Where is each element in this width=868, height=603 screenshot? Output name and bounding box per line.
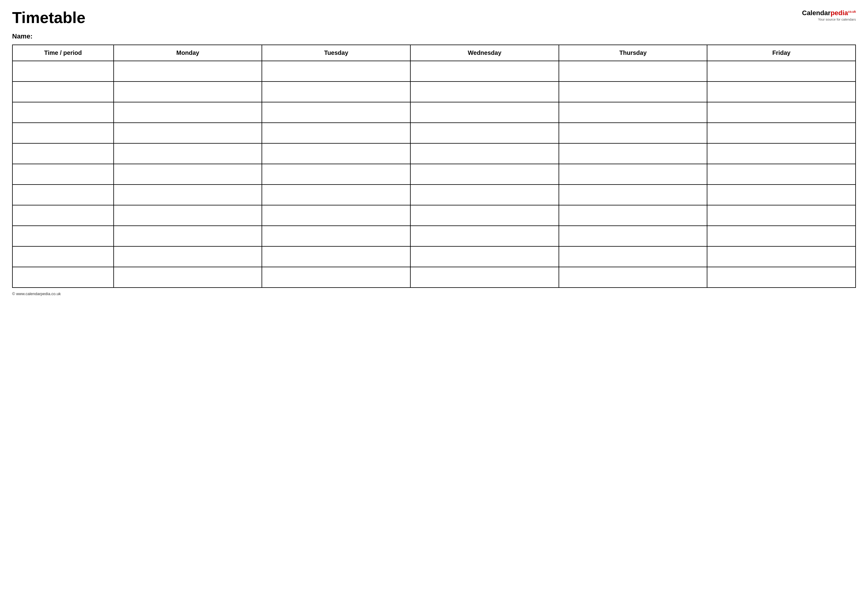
- time-cell[interactable]: [12, 123, 114, 143]
- day-cell[interactable]: [559, 246, 707, 267]
- day-cell[interactable]: [262, 82, 410, 102]
- day-cell[interactable]: [114, 61, 262, 82]
- day-cell[interactable]: [707, 143, 856, 164]
- day-cell[interactable]: [707, 82, 856, 102]
- day-cell[interactable]: [262, 205, 410, 226]
- time-cell[interactable]: [12, 184, 114, 205]
- day-cell[interactable]: [114, 267, 262, 288]
- day-cell[interactable]: [262, 226, 410, 246]
- table-row: [12, 226, 856, 246]
- footer: © www.calendarpedia.co.uk: [12, 292, 856, 296]
- day-cell[interactable]: [410, 164, 559, 184]
- time-cell[interactable]: [12, 205, 114, 226]
- day-cell[interactable]: [114, 102, 262, 123]
- col-header-thursday: Thursday: [559, 45, 707, 61]
- day-cell[interactable]: [410, 205, 559, 226]
- day-cell[interactable]: [262, 164, 410, 184]
- table-row: [12, 205, 856, 226]
- logo-area: Calendarpediaco.uk Your source for calen…: [802, 9, 856, 21]
- day-cell[interactable]: [707, 123, 856, 143]
- day-cell[interactable]: [707, 267, 856, 288]
- name-row: Name:: [12, 32, 856, 40]
- day-cell[interactable]: [410, 246, 559, 267]
- table-row: [12, 82, 856, 102]
- day-cell[interactable]: [559, 267, 707, 288]
- col-header-wednesday: Wednesday: [410, 45, 559, 61]
- time-cell[interactable]: [12, 82, 114, 102]
- col-header-monday: Monday: [114, 45, 262, 61]
- timetable-body: [12, 61, 856, 288]
- day-cell[interactable]: [114, 82, 262, 102]
- day-cell[interactable]: [114, 143, 262, 164]
- day-cell[interactable]: [114, 205, 262, 226]
- logo-couk: co.uk: [848, 10, 856, 13]
- day-cell[interactable]: [114, 164, 262, 184]
- timetable: Time / period Monday Tuesday Wednesday T…: [12, 45, 856, 288]
- time-cell[interactable]: [12, 143, 114, 164]
- page-title: Timetable: [12, 9, 85, 26]
- day-cell[interactable]: [114, 246, 262, 267]
- day-cell[interactable]: [559, 164, 707, 184]
- day-cell[interactable]: [262, 246, 410, 267]
- time-cell[interactable]: [12, 61, 114, 82]
- day-cell[interactable]: [559, 143, 707, 164]
- col-header-friday: Friday: [707, 45, 856, 61]
- time-cell[interactable]: [12, 267, 114, 288]
- day-cell[interactable]: [262, 143, 410, 164]
- day-cell[interactable]: [410, 123, 559, 143]
- page-title-area: Timetable: [12, 9, 85, 26]
- day-cell[interactable]: [559, 123, 707, 143]
- day-cell[interactable]: [707, 61, 856, 82]
- day-cell[interactable]: [410, 143, 559, 164]
- day-cell[interactable]: [410, 102, 559, 123]
- table-row: [12, 184, 856, 205]
- col-header-time: Time / period: [12, 45, 114, 61]
- day-cell[interactable]: [262, 267, 410, 288]
- table-row: [12, 164, 856, 184]
- logo-subtitle: Your source for calendars: [818, 18, 856, 21]
- table-row: [12, 61, 856, 82]
- time-cell[interactable]: [12, 226, 114, 246]
- logo: Calendarpediaco.uk: [802, 9, 856, 17]
- day-cell[interactable]: [559, 226, 707, 246]
- day-cell[interactable]: [410, 61, 559, 82]
- table-row: [12, 143, 856, 164]
- table-row: [12, 267, 856, 288]
- day-cell[interactable]: [410, 226, 559, 246]
- day-cell[interactable]: [559, 102, 707, 123]
- logo-pedia: pediaco.uk: [831, 9, 856, 17]
- day-cell[interactable]: [707, 205, 856, 226]
- day-cell[interactable]: [262, 102, 410, 123]
- day-cell[interactable]: [559, 61, 707, 82]
- table-row: [12, 246, 856, 267]
- day-cell[interactable]: [559, 82, 707, 102]
- day-cell[interactable]: [114, 226, 262, 246]
- table-header-row: Time / period Monday Tuesday Wednesday T…: [12, 45, 856, 61]
- col-header-tuesday: Tuesday: [262, 45, 410, 61]
- logo-pedia-text: pedia: [831, 9, 848, 17]
- day-cell[interactable]: [410, 267, 559, 288]
- day-cell[interactable]: [707, 164, 856, 184]
- logo-calendar: Calendar: [802, 9, 831, 17]
- day-cell[interactable]: [262, 123, 410, 143]
- day-cell[interactable]: [559, 184, 707, 205]
- day-cell[interactable]: [707, 102, 856, 123]
- day-cell[interactable]: [707, 246, 856, 267]
- day-cell[interactable]: [262, 184, 410, 205]
- time-cell[interactable]: [12, 164, 114, 184]
- day-cell[interactable]: [410, 184, 559, 205]
- day-cell[interactable]: [559, 205, 707, 226]
- day-cell[interactable]: [262, 61, 410, 82]
- day-cell[interactable]: [410, 82, 559, 102]
- day-cell[interactable]: [707, 226, 856, 246]
- header: Timetable Calendarpediaco.uk Your source…: [12, 9, 856, 26]
- table-row: [12, 123, 856, 143]
- table-row: [12, 102, 856, 123]
- time-cell[interactable]: [12, 102, 114, 123]
- day-cell[interactable]: [707, 184, 856, 205]
- footer-url: © www.calendarpedia.co.uk: [12, 292, 61, 296]
- day-cell[interactable]: [114, 123, 262, 143]
- name-label: Name:: [12, 32, 32, 40]
- day-cell[interactable]: [114, 184, 262, 205]
- time-cell[interactable]: [12, 246, 114, 267]
